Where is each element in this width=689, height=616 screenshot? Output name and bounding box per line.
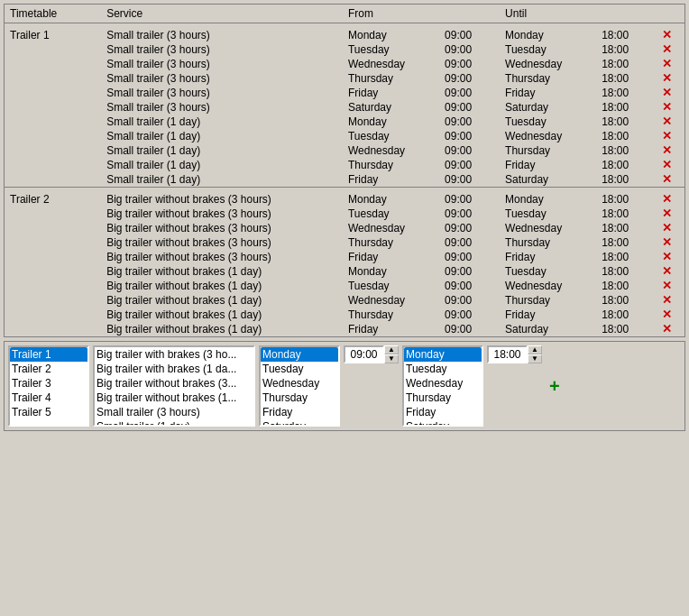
- from-time-cell: 09:00: [439, 23, 500, 43]
- from-time-cell: 09:00: [439, 308, 500, 322]
- trailer-name-cell: [5, 42, 101, 57]
- delete-cell: ✕: [657, 23, 684, 43]
- delete-button[interactable]: ✕: [662, 293, 672, 307]
- timetable-table: Timetable Service From Until Trailer 1Sm…: [5, 5, 684, 336]
- delete-button[interactable]: ✕: [662, 322, 672, 336]
- from-time-cell: 09:00: [439, 293, 500, 308]
- from-time-cell: 09:00: [439, 172, 500, 188]
- delete-button[interactable]: ✕: [662, 129, 672, 143]
- delete-button[interactable]: ✕: [662, 235, 672, 249]
- trailer-select[interactable]: Trailer 1Trailer 2Trailer 3Trailer 4Trai…: [10, 347, 87, 425]
- from-time-cell: 09:00: [439, 42, 500, 57]
- from-day-cell: Thursday: [343, 308, 439, 322]
- from-time-wrapper: ▲ ▼: [344, 345, 399, 363]
- delete-button[interactable]: ✕: [662, 207, 672, 220]
- until-day-select[interactable]: MondayTuesdayWednesdayThursdayFridaySatu…: [404, 347, 482, 425]
- trailer-name-cell: [5, 57, 101, 71]
- delete-button[interactable]: ✕: [662, 100, 672, 114]
- from-time-down[interactable]: ▼: [384, 354, 399, 363]
- from-day-cell: Monday: [343, 23, 439, 43]
- delete-cell: ✕: [657, 172, 684, 188]
- delete-cell: ✕: [657, 264, 684, 279]
- until-time-spinners: ▲ ▼: [528, 345, 542, 363]
- until-time-cell: 18:00: [596, 188, 657, 207]
- delete-cell: ✕: [657, 158, 684, 172]
- delete-button[interactable]: ✕: [662, 221, 672, 234]
- until-day-cell: Tuesday: [500, 115, 596, 129]
- service-select[interactable]: Big trailer with brakes (3 ho...Big trai…: [95, 347, 253, 425]
- from-day-select[interactable]: MondayTuesdayWednesdayThursdayFridaySatu…: [261, 347, 338, 425]
- delete-button[interactable]: ✕: [662, 71, 672, 85]
- trailer-name-cell: [5, 235, 101, 250]
- trailer-name-cell: [5, 115, 101, 129]
- delete-button[interactable]: ✕: [662, 250, 672, 263]
- delete-cell: ✕: [657, 115, 684, 129]
- from-day-cell: Wednesday: [343, 143, 439, 158]
- service-cell: Small trailer (3 hours): [101, 71, 343, 86]
- delete-button[interactable]: ✕: [662, 279, 672, 292]
- service-listbox[interactable]: Big trailer with brakes (3 ho...Big trai…: [93, 345, 255, 427]
- trailer-listbox[interactable]: Trailer 1Trailer 2Trailer 3Trailer 4Trai…: [8, 345, 89, 427]
- delete-button[interactable]: ✕: [662, 57, 672, 70]
- from-time-up[interactable]: ▲: [384, 345, 399, 354]
- delete-button[interactable]: ✕: [662, 115, 672, 128]
- from-time-cell: 09:00: [439, 264, 500, 279]
- from-day-listbox[interactable]: MondayTuesdayWednesdayThursdayFridaySatu…: [259, 345, 340, 427]
- until-day-listbox[interactable]: MondayTuesdayWednesdayThursdayFridaySatu…: [402, 345, 483, 427]
- trailer-name-cell: [5, 279, 101, 293]
- from-time-spinners: ▲ ▼: [384, 345, 399, 363]
- delete-cell: ✕: [657, 42, 684, 57]
- col-header-until: Until: [500, 5, 657, 23]
- trailer-name-cell: [5, 100, 101, 115]
- until-time-down[interactable]: ▼: [528, 354, 542, 363]
- add-button[interactable]: +: [549, 376, 560, 397]
- from-time-cell: 09:00: [439, 158, 500, 172]
- service-cell: Small trailer (3 hours): [101, 57, 343, 71]
- until-time-up[interactable]: ▲: [528, 345, 542, 354]
- delete-button[interactable]: ✕: [662, 172, 672, 186]
- delete-button[interactable]: ✕: [662, 42, 672, 56]
- until-time-cell: 18:00: [596, 172, 657, 188]
- delete-button[interactable]: ✕: [662, 264, 672, 278]
- until-time-input[interactable]: [487, 345, 528, 363]
- from-day-cell: Wednesday: [343, 57, 439, 71]
- delete-button[interactable]: ✕: [662, 158, 672, 171]
- from-day-cell: Friday: [343, 172, 439, 188]
- trailer-name-cell: [5, 264, 101, 279]
- trailer-name-cell: [5, 143, 101, 158]
- trailer-name-cell: [5, 129, 101, 143]
- delete-cell: ✕: [657, 207, 684, 221]
- service-cell: Big trailer without brakes (3 hours): [101, 235, 343, 250]
- until-day-cell: Saturday: [500, 322, 596, 336]
- delete-button[interactable]: ✕: [662, 86, 672, 99]
- delete-button[interactable]: ✕: [662, 308, 672, 321]
- trailer-name-cell: [5, 158, 101, 172]
- delete-button[interactable]: ✕: [662, 192, 672, 206]
- delete-cell: ✕: [657, 221, 684, 235]
- trailer-name-cell: [5, 221, 101, 235]
- service-cell: Small trailer (3 hours): [101, 23, 343, 43]
- col-header-timetable: Timetable: [5, 5, 101, 23]
- service-cell: Small trailer (1 day): [101, 158, 343, 172]
- until-day-cell: Wednesday: [500, 57, 596, 71]
- from-day-cell: Monday: [343, 188, 439, 207]
- from-time-input[interactable]: [344, 345, 384, 363]
- delete-cell: ✕: [657, 86, 684, 100]
- until-time-cell: 18:00: [596, 86, 657, 100]
- trailer-name-cell: [5, 322, 101, 336]
- delete-button[interactable]: ✕: [662, 143, 672, 157]
- service-cell: Small trailer (1 day): [101, 172, 343, 188]
- add-form: Trailer 1Trailer 2Trailer 3Trailer 4Trai…: [4, 341, 685, 431]
- trailer-name-cell: [5, 293, 101, 308]
- delete-cell: ✕: [657, 308, 684, 322]
- until-day-cell: Wednesday: [500, 279, 596, 293]
- service-cell: Big trailer without brakes (3 hours): [101, 188, 343, 207]
- service-cell: Small trailer (3 hours): [101, 42, 343, 57]
- until-time-cell: 18:00: [596, 264, 657, 279]
- service-cell: Small trailer (3 hours): [101, 100, 343, 115]
- delete-button[interactable]: ✕: [662, 28, 672, 41]
- from-time-cell: 09:00: [439, 129, 500, 143]
- delete-cell: ✕: [657, 322, 684, 336]
- trailer-name-cell: [5, 86, 101, 100]
- until-day-cell: Thursday: [500, 235, 596, 250]
